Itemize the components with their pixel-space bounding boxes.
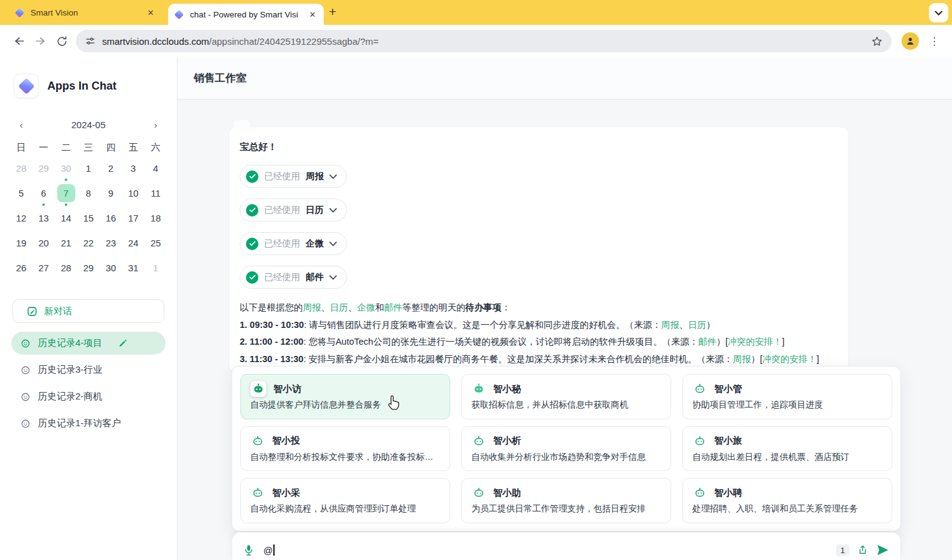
weekday-label: 二 — [55, 141, 77, 154]
chevron-down-icon[interactable] — [329, 174, 337, 179]
calendar-day[interactable]: 17 — [122, 209, 144, 234]
inline-text: ] — [816, 354, 819, 364]
profile-avatar[interactable] — [902, 32, 919, 50]
calendar-prev-button[interactable]: ‹ — [16, 119, 26, 130]
history-item[interactable]: 历史记录4-项目 — [11, 332, 166, 355]
url-bar[interactable]: smartvision.dcclouds.com/appsinchat/2404… — [76, 30, 892, 52]
calendar-day[interactable]: 6 — [32, 184, 55, 209]
message-input-bar[interactable]: @ 1 — [232, 532, 901, 560]
calendar-day[interactable]: 29 — [32, 159, 55, 184]
input-text[interactable]: @ — [263, 545, 273, 556]
calendar-day[interactable]: 9 — [100, 184, 122, 209]
calendar-day[interactable]: 20 — [32, 234, 55, 259]
tab-chat[interactable]: chat - Powered by Smart Visi ✕ — [168, 4, 324, 25]
inline-link[interactable]: 冲突的安排！ — [762, 354, 816, 364]
calendar-day[interactable]: 21 — [55, 234, 77, 259]
agent-card[interactable]: 智小秘 获取招标信息，并从招标信息中获取商机 — [461, 374, 671, 419]
calendar-day[interactable]: 26 — [10, 259, 32, 284]
inline-text: 3. 11:30 - 13:30 — [240, 354, 303, 364]
history-item[interactable]: 历史记录3-行业 — [11, 358, 166, 381]
calendar-day[interactable]: 24 — [122, 234, 144, 259]
reload-button[interactable] — [51, 30, 72, 52]
calendar-day[interactable]: 22 — [77, 234, 100, 259]
agent-card[interactable]: 智小助 为员工提供日常工作管理支持，包括日程安排 — [461, 478, 671, 523]
calendar-day[interactable]: 25 — [144, 234, 167, 259]
calendar-day[interactable]: 29 — [77, 259, 100, 284]
url-text: smartvision.dcclouds.com/appsinchat/2404… — [102, 36, 379, 47]
upload-icon[interactable] — [857, 544, 868, 556]
calendar-day[interactable]: 23 — [100, 234, 122, 259]
calendar-day[interactable]: 30 — [100, 259, 122, 284]
agent-card[interactable]: 智小访 自动提供客户拜访信息并整合服务 — [240, 374, 450, 419]
agent-name: 智小旅 — [714, 435, 742, 447]
calendar-day[interactable]: 7 — [55, 184, 77, 209]
calendar-day[interactable]: 10 — [122, 184, 144, 209]
chat-area: 宝总好！ 已经使用 周报 — [177, 100, 952, 560]
calendar-day[interactable]: 5 — [10, 184, 32, 209]
weekday-label: 四 — [100, 141, 122, 154]
agent-card[interactable]: 智小聘 处理招聘、入职、培训和员工关系管理任务 — [682, 478, 892, 523]
agent-card[interactable]: 智小采 自动化采购流程，从供应商管理到订单处理 — [240, 478, 450, 523]
calendar-day[interactable]: 18 — [144, 209, 167, 234]
calendar-day[interactable]: 27 — [32, 259, 55, 284]
inline-link[interactable]: 企微 — [357, 302, 375, 312]
inline-link[interactable]: 周报 — [733, 354, 751, 364]
inline-link[interactable]: 冲突的安排！ — [728, 337, 782, 347]
calendar-day[interactable]: 12 — [10, 209, 32, 234]
calendar-day[interactable]: 8 — [77, 184, 100, 209]
agent-card[interactable]: 智小管 协助项目管理工作，追踪项目进度 — [682, 374, 892, 419]
calendar-day[interactable]: 4 — [144, 159, 167, 184]
forward-button[interactable] — [30, 30, 51, 52]
inline-link[interactable]: 日历 — [330, 302, 348, 312]
used-tool-button[interactable]: 已经使用 周报 — [240, 165, 347, 188]
calendar-day[interactable]: 1 — [77, 159, 100, 184]
history-item-label: 历史记录1-拜访客户 — [38, 418, 121, 429]
inline-link[interactable]: 周报 — [661, 320, 679, 330]
agent-card[interactable]: 智小析 自动收集并分析行业市场趋势和竞争对手信息 — [461, 426, 671, 472]
agent-card[interactable]: 智小旅 自动规划出差日程，提供机票、酒店预订 — [682, 426, 892, 472]
calendar-day[interactable]: 30 — [55, 159, 77, 184]
new-tab-button[interactable]: + — [329, 5, 336, 19]
calendar-day[interactable]: 16 — [100, 209, 122, 234]
browser-menu-button[interactable]: ⋮ — [925, 35, 943, 48]
history-item[interactable]: 历史记录1-拜访客户 — [11, 412, 166, 435]
tab-close-icon[interactable]: ✕ — [146, 8, 156, 17]
inline-link[interactable]: 周报 — [303, 302, 321, 312]
chevron-down-icon[interactable] — [329, 208, 337, 213]
calendar-day[interactable]: 13 — [32, 209, 55, 234]
used-tool-list: 已经使用 周报 已经使用 日历 — [240, 165, 837, 289]
bookmark-star-icon[interactable] — [871, 35, 883, 47]
calendar-day[interactable]: 15 — [77, 209, 100, 234]
chevron-down-icon[interactable] — [329, 275, 337, 280]
inline-link[interactable]: 日历 — [688, 320, 706, 330]
tab-smart-vision[interactable]: Smart Vision ✕ — [9, 0, 162, 25]
tune-icon[interactable] — [85, 35, 96, 47]
calendar-day[interactable]: 28 — [10, 159, 32, 184]
back-arrow-icon — [13, 35, 26, 47]
used-tool-button[interactable]: 已经使用 企微 — [240, 232, 347, 255]
history-item[interactable]: 历史记录2-商机 — [11, 385, 166, 408]
back-button[interactable] — [9, 30, 30, 52]
calendar-day[interactable]: 2 — [100, 159, 122, 184]
calendar-day[interactable]: 3 — [122, 159, 144, 184]
calendar-next-button[interactable]: › — [151, 119, 161, 130]
microphone-icon[interactable] — [243, 544, 254, 556]
chevron-down-icon[interactable] — [329, 241, 337, 246]
calendar-day[interactable]: 28 — [55, 259, 77, 284]
tab-overflow-button[interactable] — [929, 3, 948, 22]
inline-link[interactable]: 邮件 — [384, 302, 402, 312]
calendar-day[interactable]: 14 — [55, 209, 77, 234]
used-label: 已经使用 — [264, 204, 300, 216]
calendar-day[interactable]: 19 — [10, 234, 32, 259]
calendar-day[interactable]: 31 — [122, 259, 144, 284]
calendar-day[interactable]: 11 — [144, 184, 167, 209]
agent-card[interactable]: 智小投 自动整理和分析投标文件要求，协助准备投标… — [240, 426, 450, 472]
used-tool-button[interactable]: 已经使用 日历 — [240, 198, 347, 222]
new-chat-button[interactable]: 新对话 — [12, 299, 164, 323]
send-icon[interactable] — [876, 544, 889, 556]
calendar-day[interactable]: 1 — [144, 259, 167, 284]
inline-link[interactable]: 邮件 — [698, 337, 716, 347]
tab-close-icon[interactable]: ✕ — [308, 10, 318, 19]
used-tool-button[interactable]: 已经使用 邮件 — [240, 266, 347, 289]
edit-pencil-icon[interactable] — [118, 338, 128, 348]
